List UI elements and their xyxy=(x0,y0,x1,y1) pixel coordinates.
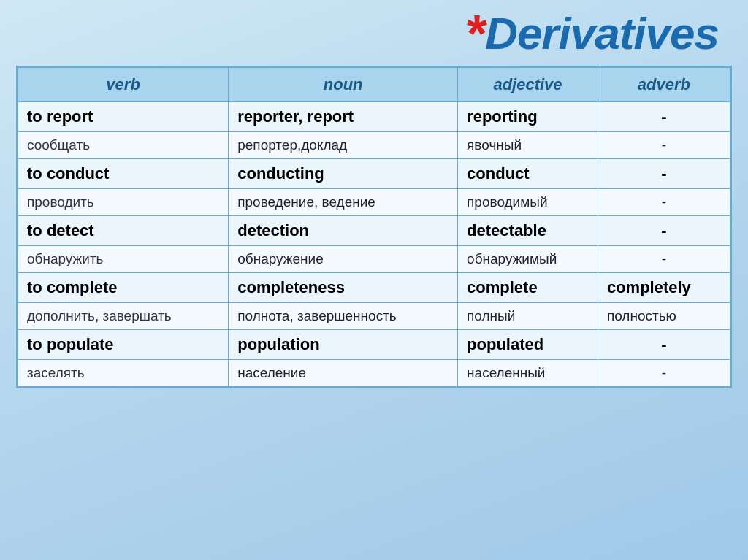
cell-r2-c0: to conduct xyxy=(18,159,229,189)
cell-r3-c3: - xyxy=(598,189,730,216)
table-row: to populatepopulationpopulated- xyxy=(18,330,730,360)
cell-r6-c2: complete xyxy=(458,273,598,303)
cell-r6-c0: to complete xyxy=(18,273,229,303)
cell-r8-c0: to populate xyxy=(18,330,229,360)
table-row: to reportreporter, reportreporting- xyxy=(18,102,730,132)
cell-r4-c1: detection xyxy=(229,216,458,246)
header-verb: verb xyxy=(18,68,229,102)
cell-r7-c1: полнота, завершенность xyxy=(229,303,458,330)
derivatives-table-container: verb noun adjective adverb to reportrepo… xyxy=(16,66,732,388)
cell-r4-c3: - xyxy=(598,216,730,246)
table-row: to completecompletenesscompletecompletel… xyxy=(18,273,730,303)
cell-r9-c0: заселять xyxy=(18,360,229,387)
page-title: *Derivatives xyxy=(465,7,719,60)
cell-r1-c2: явочный xyxy=(458,132,598,159)
title-area: *Derivatives xyxy=(15,7,733,60)
cell-r7-c2: полный xyxy=(458,303,598,330)
cell-r5-c3: - xyxy=(598,246,730,273)
cell-r3-c1: проведение, ведение xyxy=(229,189,458,216)
cell-r0-c1: reporter, report xyxy=(229,102,458,132)
cell-r9-c2: населенный xyxy=(458,360,598,387)
cell-r7-c3: полностью xyxy=(598,303,730,330)
derivatives-table: verb noun adjective adverb to reportrepo… xyxy=(18,67,730,387)
cell-r5-c1: обнаружение xyxy=(229,246,458,273)
table-row: проводитьпроведение, ведениепроводимый- xyxy=(18,189,730,216)
table-header-row: verb noun adjective adverb xyxy=(18,68,730,102)
table-row: to conductconductingconduct- xyxy=(18,159,730,189)
header-adjective: adjective xyxy=(458,68,598,102)
title-asterisk: * xyxy=(465,4,485,63)
cell-r2-c2: conduct xyxy=(458,159,598,189)
header-adverb: adverb xyxy=(598,68,730,102)
table-row: сообщатьрепортер,докладявочный- xyxy=(18,132,730,159)
cell-r8-c2: populated xyxy=(458,330,598,360)
cell-r9-c3: - xyxy=(598,360,730,387)
table-row: to detectdetectiondetectable- xyxy=(18,216,730,246)
cell-r5-c0: обнаружить xyxy=(18,246,229,273)
cell-r0-c0: to report xyxy=(18,102,229,132)
cell-r8-c3: - xyxy=(598,330,730,360)
cell-r3-c0: проводить xyxy=(18,189,229,216)
cell-r0-c3: - xyxy=(598,102,730,132)
cell-r0-c2: reporting xyxy=(458,102,598,132)
table-row: обнаружитьобнаружениеобнаружимый- xyxy=(18,246,730,273)
cell-r1-c3: - xyxy=(598,132,730,159)
cell-r6-c1: completeness xyxy=(229,273,458,303)
cell-r6-c3: completely xyxy=(598,273,730,303)
cell-r4-c0: to detect xyxy=(18,216,229,246)
cell-r7-c0: дополнить, завершать xyxy=(18,303,229,330)
table-row: дополнить, завершатьполнота, завершеннос… xyxy=(18,303,730,330)
cell-r1-c1: репортер,доклад xyxy=(229,132,458,159)
cell-r9-c1: население xyxy=(229,360,458,387)
cell-r8-c1: population xyxy=(229,330,458,360)
title-word: Derivatives xyxy=(485,8,719,58)
cell-r1-c0: сообщать xyxy=(18,132,229,159)
cell-r2-c3: - xyxy=(598,159,730,189)
header-noun: noun xyxy=(229,68,458,102)
cell-r2-c1: conducting xyxy=(229,159,458,189)
cell-r3-c2: проводимый xyxy=(458,189,598,216)
cell-r4-c2: detectable xyxy=(458,216,598,246)
cell-r5-c2: обнаружимый xyxy=(458,246,598,273)
table-row: заселятьнаселениенаселенный- xyxy=(18,360,730,387)
